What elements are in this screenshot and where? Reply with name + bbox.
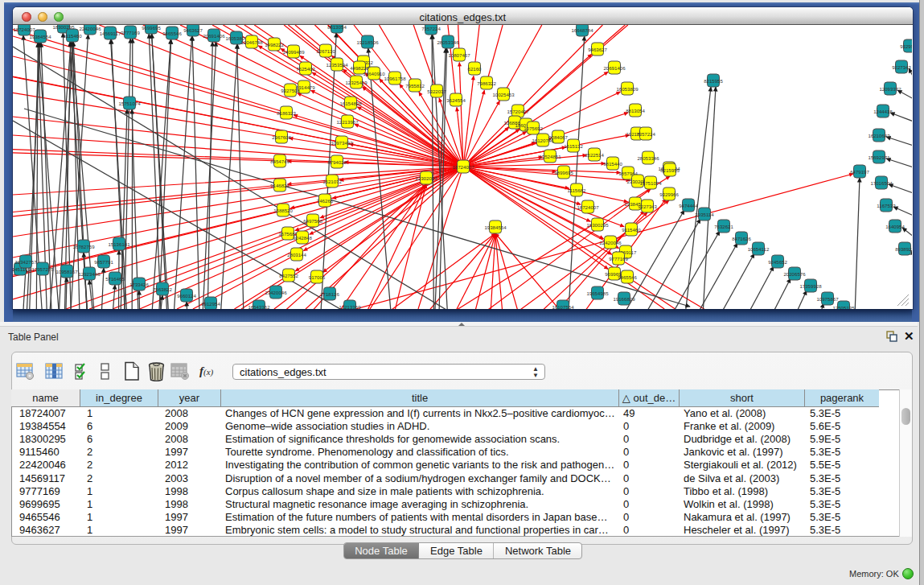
svg-text:23302033: 23302033 xyxy=(415,175,437,181)
svg-text:9115460: 9115460 xyxy=(622,227,641,233)
svg-text:12093372: 12093372 xyxy=(879,86,901,92)
svg-text:7663822: 7663822 xyxy=(153,286,172,292)
svg-text:15136141: 15136141 xyxy=(108,241,130,247)
svg-text:9242848: 9242848 xyxy=(293,235,312,241)
svg-text:19654985: 19654985 xyxy=(586,290,609,296)
svg-text:16210643: 16210643 xyxy=(868,133,890,138)
svg-text:1621072: 1621072 xyxy=(322,179,342,184)
svg-text:18300295: 18300295 xyxy=(586,222,609,228)
svg-text:16782759: 16782759 xyxy=(72,244,95,249)
svg-text:19384554: 19384554 xyxy=(29,34,51,39)
svg-text:9899695: 9899695 xyxy=(554,170,573,175)
svg-text:7955812: 7955812 xyxy=(405,83,425,89)
svg-text:9777169: 9777169 xyxy=(609,256,628,262)
svg-text:16053809: 16053809 xyxy=(616,86,639,92)
svg-text:19384554: 19384554 xyxy=(484,225,507,230)
svg-text:1588520: 1588520 xyxy=(273,208,293,213)
svg-text:10807467: 10807467 xyxy=(448,52,470,58)
svg-text:8912954: 8912954 xyxy=(201,301,220,307)
svg-text:9463627: 9463627 xyxy=(588,47,607,52)
svg-text:20691406: 20691406 xyxy=(203,33,225,39)
svg-text:8813054: 8813054 xyxy=(626,108,645,113)
svg-text:14569117: 14569117 xyxy=(100,31,121,36)
svg-text:3624554: 3624554 xyxy=(446,97,466,103)
svg-text:1733426: 1733426 xyxy=(129,282,149,287)
svg-text:8215955: 8215955 xyxy=(704,78,723,84)
svg-text:28053346: 28053346 xyxy=(437,39,459,45)
svg-text:19218506: 19218506 xyxy=(356,39,379,45)
svg-text:9660124: 9660124 xyxy=(177,293,196,299)
svg-text:10025453: 10025453 xyxy=(492,92,515,97)
svg-text:9245652: 9245652 xyxy=(768,259,787,265)
svg-text:6794028: 6794028 xyxy=(327,159,347,165)
svg-text:8938923: 8938923 xyxy=(895,246,912,252)
svg-text:9699695: 9699695 xyxy=(142,25,161,31)
svg-text:23420046: 23420046 xyxy=(265,290,287,295)
svg-text:28053346: 28053346 xyxy=(637,155,659,161)
svg-text:13524851: 13524851 xyxy=(539,154,561,159)
svg-text:4498222: 4498222 xyxy=(350,65,369,71)
svg-text:5716465: 5716465 xyxy=(105,276,125,282)
svg-text:15692971: 15692971 xyxy=(868,154,890,160)
svg-text:2803144: 2803144 xyxy=(287,252,306,257)
svg-text:15720407: 15720407 xyxy=(507,109,529,114)
svg-text:917006: 917006 xyxy=(309,274,326,280)
svg-text:3267130: 3267130 xyxy=(316,48,335,54)
svg-text:6497568: 6497568 xyxy=(303,218,322,224)
svg-text:8186323: 8186323 xyxy=(277,110,296,116)
svg-text:7632621: 7632621 xyxy=(714,224,733,229)
svg-text:16154808: 16154808 xyxy=(339,101,362,106)
svg-text:17016504: 17016504 xyxy=(870,180,893,186)
svg-text:7357224: 7357224 xyxy=(636,131,655,137)
svg-text:8471626: 8471626 xyxy=(732,236,751,241)
svg-text:9815440: 9815440 xyxy=(603,161,622,167)
svg-text:12342757: 12342757 xyxy=(14,259,37,265)
svg-text:1075692: 1075692 xyxy=(524,126,543,131)
svg-text:17359928: 17359928 xyxy=(799,283,822,289)
svg-text:1167533: 1167533 xyxy=(877,203,896,208)
svg-text:12505135: 12505135 xyxy=(832,305,855,309)
svg-text:7986322: 7986322 xyxy=(477,80,496,86)
svg-text:10961758: 10961758 xyxy=(384,76,406,81)
svg-text:1244415: 1244415 xyxy=(873,109,893,114)
svg-text:9146821: 9146821 xyxy=(270,183,290,188)
svg-text:746266: 746266 xyxy=(317,198,334,204)
svg-text:1115682: 1115682 xyxy=(568,187,586,193)
svg-text:9329966: 9329966 xyxy=(659,192,679,197)
svg-text:7357224: 7357224 xyxy=(421,26,441,31)
svg-text:1640954: 1640954 xyxy=(885,224,905,229)
svg-text:10975867: 10975867 xyxy=(816,296,839,302)
svg-text:62160: 62160 xyxy=(468,66,483,72)
svg-text:22420046: 22420046 xyxy=(79,26,101,31)
svg-text:9465546: 9465546 xyxy=(618,274,637,280)
svg-text:14099489: 14099489 xyxy=(282,49,305,55)
svg-text:8454749: 8454749 xyxy=(270,159,290,164)
svg-text:12923446: 12923446 xyxy=(78,271,101,277)
svg-text:1498222: 1498222 xyxy=(265,42,284,47)
svg-text:18640910: 18640910 xyxy=(363,71,385,76)
svg-text:8427552: 8427552 xyxy=(279,273,298,278)
svg-text:12213369: 12213369 xyxy=(339,304,361,309)
svg-text:17957275: 17957275 xyxy=(31,266,54,272)
svg-text:6479197: 6479197 xyxy=(850,169,869,175)
svg-text:9465546: 9465546 xyxy=(162,31,182,36)
svg-text:9777169: 9777169 xyxy=(121,30,140,35)
svg-text:10973493: 10973493 xyxy=(331,140,353,146)
svg-text:9115460: 9115460 xyxy=(63,33,82,39)
svg-text:10654112: 10654112 xyxy=(748,246,770,252)
svg-text:22420046: 22420046 xyxy=(599,240,622,245)
svg-text:7625402: 7625402 xyxy=(296,66,315,72)
svg-text:1615132: 1615132 xyxy=(564,143,583,149)
svg-text:18724007: 18724007 xyxy=(577,204,599,210)
svg-text:10046748: 10046748 xyxy=(240,39,263,45)
svg-text:12213967: 12213967 xyxy=(336,119,359,125)
svg-text:19166829: 19166829 xyxy=(613,296,635,302)
svg-text:2522514: 2522514 xyxy=(585,152,604,158)
svg-text:9327508: 9327508 xyxy=(281,88,300,93)
svg-text:8215955: 8215955 xyxy=(660,167,680,173)
svg-text:9474444: 9474444 xyxy=(679,203,698,208)
svg-text:9857791: 9857791 xyxy=(94,259,113,265)
svg-text:18724007: 18724007 xyxy=(452,164,474,170)
svg-text:15751074: 15751074 xyxy=(118,101,141,106)
svg-text:18724007: 18724007 xyxy=(13,27,35,32)
